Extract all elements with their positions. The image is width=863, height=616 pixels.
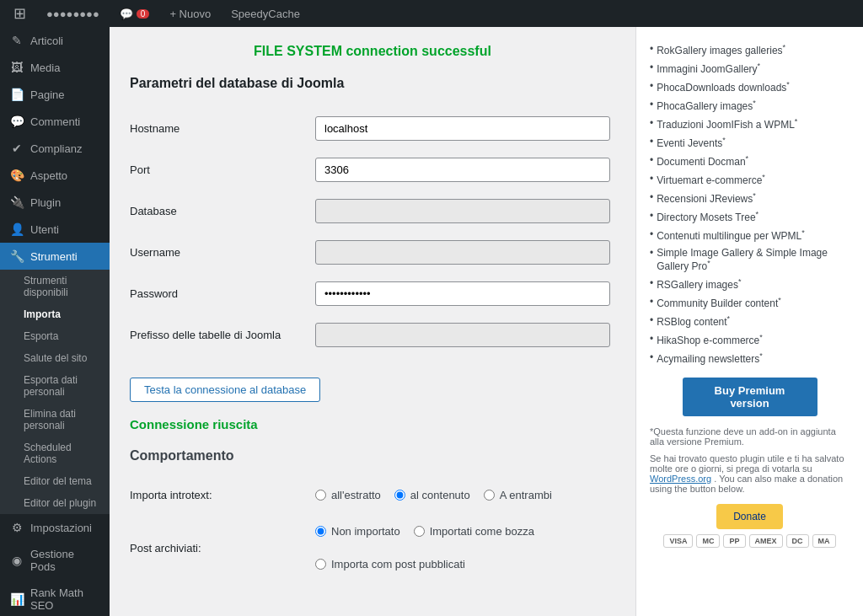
submenu-elimina-dati-personali[interactable]: Elimina dati personali (0, 403, 110, 437)
pages-icon: 📄 (10, 88, 24, 101)
donate-section: Donate VISA MC PP AMEX DC MA (650, 504, 850, 548)
archived-option-non-importato: Non importato (315, 525, 400, 538)
prefix-label: Prefisso delle tabelle di Joomla (130, 329, 281, 341)
visa-icon: VISA (663, 534, 693, 548)
archived-label-pubblicato: Importa com post pubblicati (331, 558, 465, 570)
list-item: Immagini JoomGallery* (650, 59, 850, 78)
username-input[interactable] (315, 240, 610, 265)
sidebar-item-media[interactable]: 🖼 Media (0, 54, 110, 81)
feature-text: Eventi Jevents* (657, 136, 726, 149)
new-content-menu[interactable]: + Nuovo (163, 8, 217, 20)
submenu-editor-del-plugin[interactable]: Editor del plugin (0, 492, 110, 514)
complianz-icon: ✔ (10, 142, 24, 155)
media-icon: 🖼 (10, 61, 24, 74)
archived-radio-pubblicato[interactable] (315, 559, 326, 570)
sidebar-label-plugin: Plugin (30, 196, 61, 209)
sidebar-item-rank-math-seo[interactable]: 📊 Rank Math SEO (0, 580, 110, 616)
introtext-label-estratto: all'estratto (331, 489, 381, 501)
introtext-radio-estratto[interactable] (315, 490, 326, 501)
port-input[interactable] (315, 158, 610, 182)
introtext-radio-entrambi[interactable] (484, 490, 495, 501)
sidebar-item-plugin[interactable]: 🔌 Plugin (0, 189, 110, 216)
list-item: Simple Image Gallery & Simple Image Gall… (650, 244, 850, 275)
feature-text: PhocaDownloads downloads* (657, 80, 790, 94)
strumenti-submenu: Strumenti disponibili Importa Esporta Sa… (0, 270, 110, 514)
submenu-strumenti-disponibili[interactable]: Strumenti disponibili (0, 270, 110, 303)
hostname-input[interactable] (315, 116, 610, 141)
feature-text: RokGallery images galleries* (657, 43, 785, 56)
sidebar-item-impostazioni[interactable]: ⚙ Impostazioni (0, 514, 110, 541)
password-input[interactable] (315, 281, 610, 306)
archived-option-pubblicato: Importa com post pubblicati (315, 558, 465, 570)
archived-label-bozza: Importati come bozza (430, 525, 534, 538)
rating-text-before: Se hai trovato questo plugin utile e ti … (650, 453, 844, 474)
sidebar-item-utenti[interactable]: 👤 Utenti (0, 216, 110, 243)
sidebar-label-rank-math-seo: Rank Math SEO (30, 587, 99, 612)
list-item: Traduzioni JoomIFish a WPML* (650, 115, 850, 133)
introtext-row: Importa introtext: all'estratto al conte… (130, 477, 615, 513)
footnote-text: *Questa funzione deve un add-on in aggiu… (650, 426, 850, 447)
site-name[interactable]: ●●●●●●●● (40, 8, 106, 20)
archived-radio-bozza[interactable] (414, 526, 425, 537)
mc-icon: MC (696, 534, 720, 548)
comments-sidebar-icon: 💬 (10, 115, 24, 128)
test-connection-area: Testa la connessione al database (130, 369, 615, 410)
database-input[interactable] (315, 199, 610, 223)
wp-logo-icon[interactable]: ⊞ (7, 4, 33, 23)
sidebar-item-gestione-pods[interactable]: ◉ Gestione Pods (0, 541, 110, 580)
feature-text: PhocaGallery images* (657, 99, 756, 112)
feature-text: Directory Mosets Tree* (657, 210, 758, 223)
feature-text: RSGallery images* (657, 277, 741, 291)
sidebar-item-articoli[interactable]: ✎ Articoli (0, 27, 110, 54)
wordpress-org-link[interactable]: WordPress.org (650, 474, 711, 484)
port-row: Port (130, 149, 615, 190)
feature-text: Documenti Docman* (657, 154, 748, 168)
prefix-input[interactable] (315, 323, 610, 347)
list-item: Eventi Jevents* (650, 133, 850, 152)
behavior-form-table: Importa introtext: all'estratto al conte… (130, 477, 615, 582)
paypal-icon: PP (723, 534, 745, 548)
submenu-importa[interactable]: Importa (0, 303, 110, 325)
port-label: Port (130, 163, 150, 176)
sidebar-item-strumenti[interactable]: 🔧 Strumenti (0, 243, 110, 270)
feature-text: HikaShop e-commerce* (657, 333, 763, 346)
introtext-label: Importa introtext: (130, 489, 212, 501)
right-panel: RokGallery images galleries*Immagini Joo… (635, 27, 863, 616)
feature-text: Simple Image Gallery & Simple Image Gall… (657, 247, 850, 272)
submenu-esporta[interactable]: Esporta (0, 325, 110, 347)
speedycache-menu[interactable]: SpeedyCache (224, 8, 307, 20)
database-row: Database (130, 190, 615, 232)
introtext-label-entrambi: A entrambi (500, 489, 552, 501)
submenu-salute-del-sito[interactable]: Salute del sito (0, 347, 110, 369)
sidebar-item-pagine[interactable]: 📄 Pagine (0, 81, 110, 108)
sidebar-item-commenti[interactable]: 💬 Commenti (0, 108, 110, 135)
sidebar-label-media: Media (30, 62, 60, 74)
submenu-editor-del-tema[interactable]: Editor del tema (0, 470, 110, 492)
rank-math-icon: 📊 (10, 592, 24, 606)
db-section-title: Parametri del database di Joomla (130, 76, 615, 91)
sidebar-item-aspetto[interactable]: 🎨 Aspetto (0, 162, 110, 189)
feature-text: Contenuti multilingue per WPML* (657, 228, 805, 242)
sidebar-label-gestione-pods: Gestione Pods (30, 548, 99, 573)
donate-button[interactable]: Donate (716, 504, 783, 529)
pods-icon: ◉ (10, 554, 24, 567)
sidebar-label-complianz: Complianz (30, 142, 82, 155)
sidebar-label-commenti: Commenti (30, 115, 80, 128)
feature-text: Community Builder content* (657, 296, 781, 309)
tools-icon: 🔧 (10, 249, 24, 263)
introtext-radio-group: all'estratto al contenuto A entrambi (315, 485, 615, 505)
list-item: Acymailing newsletters* (650, 349, 850, 367)
sidebar-item-complianz[interactable]: ✔ Complianz (0, 135, 110, 162)
feature-text: Recensioni JReviews* (657, 191, 756, 205)
comments-menu-item[interactable]: 💬 0 (113, 8, 157, 20)
hostname-label: Hostname (130, 122, 180, 135)
feature-text: RSBlog content* (657, 314, 730, 328)
test-connection-button[interactable]: Testa la connessione al database (130, 378, 320, 402)
submenu-scheduled-actions[interactable]: Scheduled Actions (0, 437, 110, 470)
buy-premium-button[interactable]: Buy Premium version (683, 378, 817, 416)
introtext-radio-contenuto[interactable] (394, 490, 405, 501)
archived-radio-non-importato[interactable] (315, 526, 326, 537)
payment-icons: VISA MC PP AMEX DC MA (650, 534, 850, 548)
submenu-esporta-dati-personali[interactable]: Esporta dati personali (0, 369, 110, 403)
sidebar-label-utenti: Utenti (30, 223, 59, 236)
